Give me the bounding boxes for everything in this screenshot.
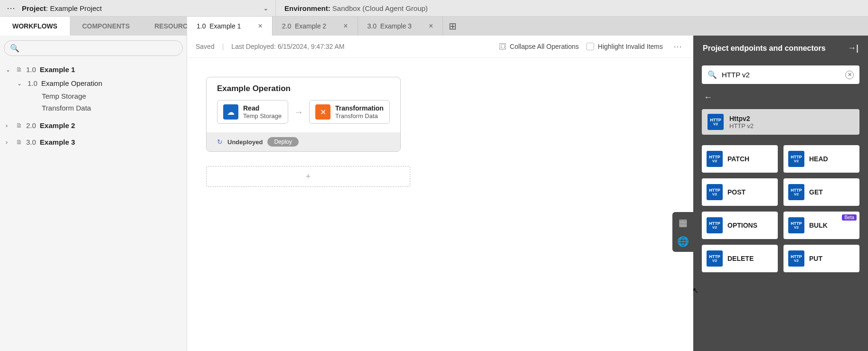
back-button[interactable]: ← bbox=[693, 84, 868, 105]
undeployed-icon: ↻ bbox=[217, 138, 223, 146]
collapse-all-button[interactable]: ⿴ Collapse All Operations bbox=[500, 43, 579, 50]
filetab-example1[interactable]: 1.0 Example 1 × bbox=[187, 17, 273, 36]
chevron-right-icon: › bbox=[6, 122, 12, 129]
connector-search[interactable]: 🔍 ✕ bbox=[702, 65, 859, 84]
http-v2-icon: HTTPV2 bbox=[707, 151, 723, 167]
connector-item-get[interactable]: HTTPV2GET bbox=[783, 178, 859, 206]
node-read[interactable]: ☁ Read Temp Storage bbox=[217, 100, 288, 124]
deploy-button[interactable]: Deploy bbox=[267, 137, 298, 147]
project-label: Project: Example Project bbox=[22, 4, 102, 12]
selected-connector[interactable]: HTTPV2 Httpv2 HTTP v2 bbox=[702, 109, 859, 135]
connector-item-options[interactable]: HTTPV2OPTIONS bbox=[702, 212, 778, 239]
globe-dock-icon[interactable]: 🌐 bbox=[677, 236, 689, 247]
node-transformation[interactable]: ✕ Transformation Transform Data bbox=[309, 100, 390, 124]
connector-item-patch[interactable]: HTTPV2PATCH bbox=[702, 145, 778, 173]
http-v2-icon: HTTPV2 bbox=[708, 114, 724, 130]
menu-dots-icon[interactable]: ⋯ bbox=[7, 3, 15, 13]
sidebar: 🔍 ⌄ 🗎 1.0 Example 1 ⌄ 1.0 Example Operat… bbox=[0, 36, 187, 351]
connector-item-delete[interactable]: HTTPV2DELETE bbox=[702, 245, 778, 272]
read-icon: ☁ bbox=[223, 104, 238, 120]
tree-leaf-temp-storage[interactable]: Temp Storage bbox=[15, 90, 183, 102]
last-deployed: Last Deployed: 6/15/2024, 9:47:32 AM bbox=[231, 43, 344, 50]
operation-card: Example Operation ☁ Read Temp Storage → … bbox=[206, 77, 401, 152]
add-operation-dropzone[interactable]: + bbox=[206, 166, 410, 187]
http-v2-icon: HTTPV2 bbox=[707, 217, 723, 233]
collapse-panel-icon[interactable]: →| bbox=[848, 43, 859, 53]
filetab-example3[interactable]: 3.0 Example 3 × bbox=[358, 17, 443, 36]
filetab-example2[interactable]: 2.0 Example 2 × bbox=[273, 17, 358, 36]
connector-item-head[interactable]: HTTPV2HEAD bbox=[783, 145, 859, 173]
close-icon[interactable]: × bbox=[429, 22, 433, 30]
operation-title: Example Operation bbox=[207, 77, 400, 97]
tree-item-example2[interactable]: › 🗎 2.0 Example 2 bbox=[4, 119, 183, 132]
close-icon[interactable]: × bbox=[343, 22, 348, 30]
panel-title: Project endpoints and connectors bbox=[703, 44, 826, 53]
clear-search-icon[interactable]: ✕ bbox=[845, 71, 854, 79]
search-input[interactable] bbox=[22, 45, 177, 52]
chevron-right-icon: › bbox=[6, 139, 12, 146]
search-icon: 🔍 bbox=[708, 70, 717, 79]
components-dock-icon[interactable]: ▦ bbox=[679, 217, 688, 228]
sidebar-search[interactable]: 🔍 bbox=[4, 40, 183, 56]
environment-label: Environment: Sandbox (Cloud Agent Group) bbox=[284, 4, 428, 12]
http-v2-icon: HTTPV2 bbox=[788, 151, 804, 167]
connector-item-post[interactable]: HTTPV2POST bbox=[702, 178, 778, 206]
canvas: Saved | Last Deployed: 6/15/2024, 9:47:3… bbox=[187, 36, 693, 351]
deploy-status: Undeployed bbox=[227, 139, 263, 146]
tree-leaf-transform-data[interactable]: Transform Data bbox=[15, 102, 183, 114]
transform-icon: ✕ bbox=[315, 104, 330, 120]
navtab-workflows[interactable]: WORKFLOWS bbox=[0, 17, 70, 36]
tree-item-example1[interactable]: ⌄ 🗎 1.0 Example 1 bbox=[4, 63, 183, 76]
chevron-down-icon: ⌄ bbox=[6, 66, 12, 73]
chevron-down-icon: ⌄ bbox=[17, 80, 24, 87]
tree-item-example3[interactable]: › 🗎 3.0 Example 3 bbox=[4, 135, 183, 149]
navtab-components[interactable]: COMPONENTS bbox=[70, 17, 142, 36]
document-icon: 🗎 bbox=[16, 122, 22, 129]
http-v2-icon: HTTPV2 bbox=[707, 184, 723, 200]
arrow-icon: → bbox=[294, 107, 303, 118]
connector-search-input[interactable] bbox=[722, 71, 840, 79]
http-v2-icon: HTTPV2 bbox=[788, 217, 804, 233]
checkbox-icon bbox=[586, 43, 594, 50]
close-icon[interactable]: × bbox=[258, 22, 262, 30]
collapse-icon: ⿴ bbox=[500, 43, 506, 50]
saved-status: Saved bbox=[196, 43, 215, 50]
more-menu-icon[interactable]: ⋯ bbox=[670, 41, 685, 52]
http-v2-icon: HTTPV2 bbox=[788, 250, 804, 267]
connector-item-put[interactable]: HTTPV2PUT bbox=[783, 245, 859, 272]
document-icon: 🗎 bbox=[16, 66, 22, 73]
highlight-invalid-toggle[interactable]: Highlight Invalid Items bbox=[586, 43, 663, 50]
http-v2-icon: HTTPV2 bbox=[707, 250, 723, 267]
document-icon: 🗎 bbox=[16, 139, 22, 146]
add-tab-button[interactable]: ⊞ bbox=[443, 17, 462, 36]
connector-item-bulk[interactable]: HTTPV2BULKBeta bbox=[783, 212, 859, 239]
http-v2-icon: HTTPV2 bbox=[788, 184, 804, 200]
beta-badge: Beta bbox=[842, 214, 857, 221]
right-panel: Project endpoints and connectors →| 🔍 ✕ … bbox=[693, 36, 868, 351]
project-dropdown-icon[interactable]: ⌄ bbox=[263, 4, 269, 12]
tree-item-example-operation[interactable]: ⌄ 1.0 Example Operation bbox=[15, 76, 183, 90]
search-icon: 🔍 bbox=[10, 44, 19, 53]
side-dock: ▦ 🌐 bbox=[672, 212, 693, 252]
